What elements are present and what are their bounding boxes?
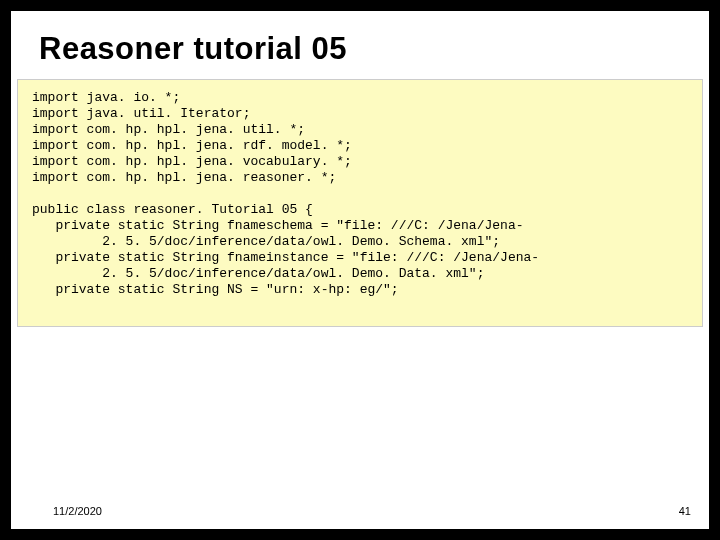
code-import-line: import com. hp. hpl. jena. reasoner. *; <box>32 170 336 185</box>
code-import-line: import com. hp. hpl. jena. vocabulary. *… <box>32 154 352 169</box>
code-body-line: 2. 5. 5/doc/inference/data/owl. Demo. Sc… <box>32 234 500 249</box>
code-import-line: import java. util. Iterator; <box>32 106 250 121</box>
code-body-line: public class reasoner. Tutorial 05 { <box>32 202 313 217</box>
code-body-line: private static String NS = "urn: x-hp: e… <box>32 282 399 297</box>
code-body-line: private static String fnameschema = "fil… <box>32 218 523 233</box>
slide-title: Reasoner tutorial 05 <box>39 31 347 67</box>
footer-page-number: 41 <box>679 505 691 517</box>
code-import-line: import com. hp. hpl. jena. rdf. model. *… <box>32 138 352 153</box>
code-block: import java. io. *; import java. util. I… <box>17 79 703 327</box>
code-body-line: private static String fnameinstance = "f… <box>32 250 539 265</box>
code-import-line: import com. hp. hpl. jena. util. *; <box>32 122 305 137</box>
code-import-line: import java. io. *; <box>32 90 180 105</box>
slide: Reasoner tutorial 05 import java. io. *;… <box>11 11 709 529</box>
code-body-line: 2. 5. 5/doc/inference/data/owl. Demo. Da… <box>32 266 484 281</box>
footer-date: 11/2/2020 <box>53 505 102 517</box>
